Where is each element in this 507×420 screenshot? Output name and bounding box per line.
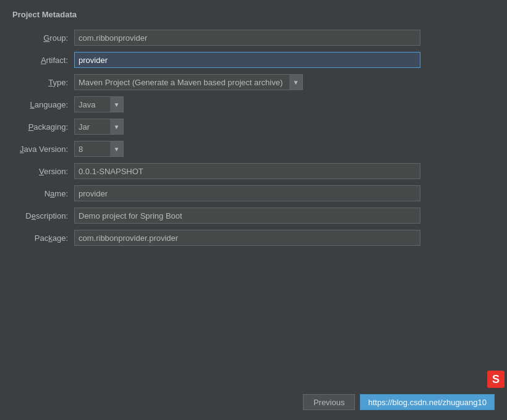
language-select[interactable]: Java Kotlin Groovy <box>74 96 124 112</box>
package-row: Package: <box>12 229 495 246</box>
java-version-row: Java Version: 8 11 17 ▼ <box>12 140 495 158</box>
type-row: Type: Maven Project (Generate a Maven ba… <box>12 74 495 91</box>
version-label: Version: <box>12 167 74 176</box>
artifact-row: Artifact: <box>12 51 495 69</box>
section-title: Project Metadata <box>12 10 495 19</box>
language-row: Language: Java Kotlin Groovy ▼ <box>12 96 495 113</box>
packaging-select[interactable]: Jar War <box>74 119 124 135</box>
name-input[interactable] <box>74 185 420 201</box>
language-label-text: Language: <box>30 100 68 109</box>
artifact-input[interactable] <box>74 52 420 68</box>
type-select[interactable]: Maven Project (Generate a Maven based pr… <box>74 74 303 90</box>
packaging-label-text: Packaging: <box>28 122 68 132</box>
type-select-container: Maven Project (Generate a Maven based pr… <box>74 74 303 90</box>
java-version-select-container: 8 11 17 ▼ <box>74 141 124 157</box>
type-label: Type: <box>12 78 74 87</box>
group-input[interactable] <box>74 30 420 46</box>
packaging-select-container: Jar War ▼ <box>74 119 124 135</box>
group-row: Group: <box>12 29 495 46</box>
packaging-row: Packaging: Jar War ▼ <box>12 118 495 135</box>
form-area: Group: Artifact: Type: Maven Project (Ge… <box>12 29 495 388</box>
package-label: Package: <box>12 233 74 243</box>
name-row: Name: <box>12 185 495 202</box>
footer-area: Previous https://blog.csdn.net/zhuguang1… <box>12 388 495 414</box>
package-input[interactable] <box>74 230 420 246</box>
version-label-text: Version: <box>39 167 68 176</box>
language-label: Language: <box>12 100 74 109</box>
name-label: Name: <box>12 189 74 198</box>
previous-button[interactable]: Previous <box>303 394 356 410</box>
group-label-text: Group: <box>43 33 68 43</box>
name-label-text: Name: <box>45 189 68 198</box>
java-version-select[interactable]: 8 11 17 <box>74 141 124 157</box>
next-button[interactable]: https://blog.csdn.net/zhuguang10 <box>360 394 495 410</box>
main-container: Project Metadata Group: Artifact: Type: … <box>0 0 507 420</box>
type-label-text: Type: <box>48 78 68 87</box>
packaging-label: Packaging: <box>12 122 74 132</box>
description-label: Description: <box>12 211 74 220</box>
version-input[interactable] <box>74 163 420 179</box>
artifact-label: Artifact: <box>12 56 74 65</box>
group-label: Group: <box>12 33 74 43</box>
package-label-text: Package: <box>35 233 68 243</box>
java-version-label-text: Java Version: <box>20 145 68 154</box>
description-label-text: Description: <box>25 211 68 220</box>
description-row: Description: <box>12 207 495 224</box>
artifact-label-text: Artifact: <box>41 56 68 65</box>
language-select-container: Java Kotlin Groovy ▼ <box>74 96 124 112</box>
java-version-label: Java Version: <box>12 145 74 154</box>
watermark-icon: S <box>487 371 505 388</box>
version-row: Version: <box>12 162 495 180</box>
description-input[interactable] <box>74 208 420 224</box>
